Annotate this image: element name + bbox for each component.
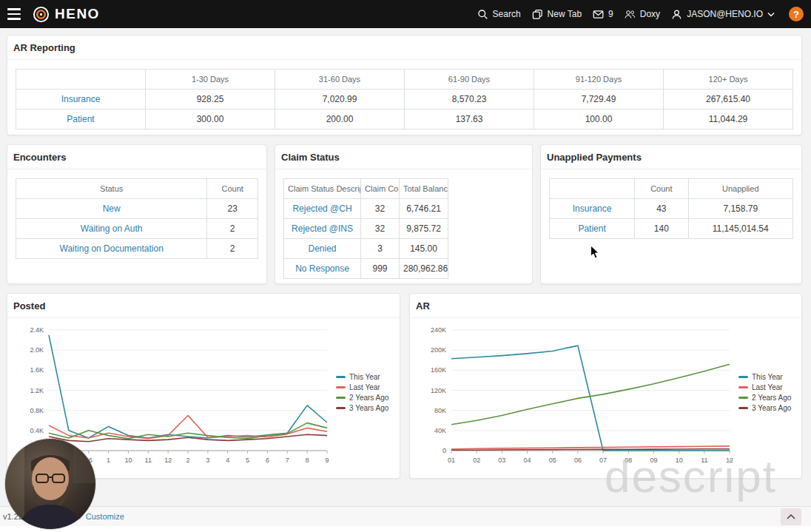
cell-value: 23: [207, 199, 258, 219]
cell-value: 6,746.21: [400, 199, 448, 219]
legend-item[interactable]: 3 Years Ago: [738, 404, 793, 412]
col-header: Status: [16, 179, 207, 199]
col-header: Count: [635, 179, 688, 199]
table-row: New 23: [16, 199, 258, 219]
unapplied-payments-table: Count Unapplied Insurance 43 7,158.79 Pa…: [549, 178, 793, 239]
unapplied-payments-title: Unapplied Payments: [541, 145, 801, 169]
messages-count: 9: [608, 9, 613, 19]
doxy-people-icon: [625, 9, 636, 20]
svg-text:0.4K: 0.4K: [30, 427, 44, 434]
legend-item[interactable]: Last Year: [336, 383, 391, 391]
footer: v1.22 ⚙ Customize: [0, 506, 811, 526]
legend-label: 3 Years Ago: [349, 404, 388, 412]
svg-text:10: 10: [676, 457, 683, 464]
legend-item[interactable]: 2 Years Ago: [336, 394, 391, 402]
patient-link[interactable]: Patient: [67, 114, 94, 124]
heno-logo[interactable]: HENO: [33, 6, 100, 23]
user-icon: [671, 9, 682, 20]
cell-value: 43: [635, 199, 688, 219]
svg-text:1.6K: 1.6K: [30, 366, 44, 374]
encounters-card: Encounters Status Count New 23 Waiting o…: [7, 144, 267, 284]
legend-mark: [738, 376, 748, 378]
cell-value: 928.25: [146, 90, 275, 110]
svg-text:12: 12: [726, 457, 733, 464]
svg-text:1.2K: 1.2K: [30, 387, 44, 394]
svg-text:2: 2: [186, 457, 189, 464]
new-tab-button[interactable]: New Tab: [532, 9, 582, 20]
svg-text:03: 03: [498, 457, 505, 464]
encounter-status-link[interactable]: Waiting on Documentation: [60, 243, 164, 254]
new-tab-label: New Tab: [548, 9, 582, 19]
ar-chart[interactable]: 040K80K120K160K200K240K01020304050607080…: [417, 323, 736, 474]
encounter-status-link[interactable]: New: [103, 203, 121, 214]
col-header: 1-30 Days: [146, 70, 275, 90]
svg-text:10: 10: [124, 457, 132, 464]
svg-text:08: 08: [625, 457, 632, 464]
claim-status-link[interactable]: Rejected @INS: [292, 223, 353, 234]
cell-value: 137.63: [405, 110, 534, 129]
cell-value: 7,729.49: [534, 90, 664, 110]
col-header: 31-60 Days: [275, 70, 405, 90]
insurance-link[interactable]: Insurance: [573, 203, 612, 214]
doxy-button[interactable]: Doxy: [625, 9, 660, 20]
legend-item[interactable]: This Year: [738, 373, 793, 381]
svg-text:11: 11: [701, 457, 707, 464]
cell-value: 2: [207, 239, 258, 259]
topbar: HENO Search New Tab 9: [0, 0, 811, 28]
posted-chart-legend: This YearLast Year2 Years Ago3 Years Ago: [336, 323, 391, 474]
encounter-status-link[interactable]: Waiting on Auth: [81, 223, 143, 234]
claim-status-link[interactable]: Denied: [308, 243, 336, 254]
legend-mark: [336, 407, 346, 409]
messages-button[interactable]: 9: [593, 9, 613, 20]
table-row: Waiting on Documentation 2: [16, 239, 258, 259]
svg-text:9: 9: [325, 457, 329, 464]
insurance-link[interactable]: Insurance: [61, 94, 101, 104]
patient-link[interactable]: Patient: [578, 223, 605, 234]
legend-label: 3 Years Ago: [752, 404, 791, 412]
chevron-down-icon: [767, 12, 775, 17]
encounters-table: Status Count New 23 Waiting on Auth 2 Wa…: [16, 178, 258, 259]
legend-item[interactable]: Last Year: [738, 383, 793, 391]
envelope-icon: [593, 9, 604, 20]
claim-status-card: Claim Status Claim Status Description Cl…: [275, 144, 533, 284]
legend-label: This Year: [349, 373, 380, 381]
legend-mark: [738, 386, 748, 388]
legend-item[interactable]: 3 Years Ago: [336, 404, 391, 412]
webcam-overlay[interactable]: [5, 439, 95, 529]
posted-chart-title: Posted: [7, 294, 400, 318]
cell-value: 7,158.79: [688, 199, 793, 219]
cell-value: 140: [635, 219, 688, 239]
svg-text:07: 07: [599, 457, 607, 464]
legend-mark: [336, 397, 346, 399]
legend-mark: [336, 376, 346, 378]
svg-text:2.0K: 2.0K: [30, 346, 44, 354]
col-header: Total Balance: [400, 179, 448, 199]
claim-status-link[interactable]: Rejected @CH: [292, 203, 351, 214]
scroll-top-button[interactable]: [781, 508, 801, 525]
legend-label: 2 Years Ago: [752, 394, 791, 402]
heno-logo-icon: [33, 6, 50, 23]
hamburger-menu-button[interactable]: [7, 5, 27, 23]
table-row: No Response 999 280,962.86: [284, 259, 448, 279]
legend-item[interactable]: 2 Years Ago: [738, 394, 793, 402]
cell-value: 267,615.40: [664, 90, 793, 110]
topbar-actions: Search New Tab 9 Doxy: [477, 7, 804, 21]
col-header: 120+ Days: [664, 70, 793, 90]
claim-status-link[interactable]: No Response: [295, 263, 349, 274]
user-menu-button[interactable]: JASON@HENO.IO: [671, 9, 775, 20]
search-button[interactable]: Search: [477, 9, 521, 20]
cell-value: 100.00: [534, 110, 664, 129]
col-header: 91-120 Days: [534, 70, 664, 90]
legend-item[interactable]: This Year: [336, 373, 391, 381]
svg-text:06: 06: [574, 457, 582, 464]
cell-value: 300.00: [146, 110, 275, 129]
svg-text:240K: 240K: [431, 326, 446, 334]
help-button[interactable]: ?: [789, 7, 804, 21]
cell-value: 32: [361, 219, 400, 239]
table-row: Waiting on Auth 2: [16, 219, 258, 239]
customize-link[interactable]: Customize: [86, 512, 124, 521]
cell-value: 11,044.29: [664, 110, 793, 129]
ar-chart-legend: This YearLast Year2 Years Ago3 Years Ago: [738, 323, 793, 474]
svg-text:05: 05: [549, 457, 556, 464]
svg-text:6: 6: [266, 457, 269, 464]
